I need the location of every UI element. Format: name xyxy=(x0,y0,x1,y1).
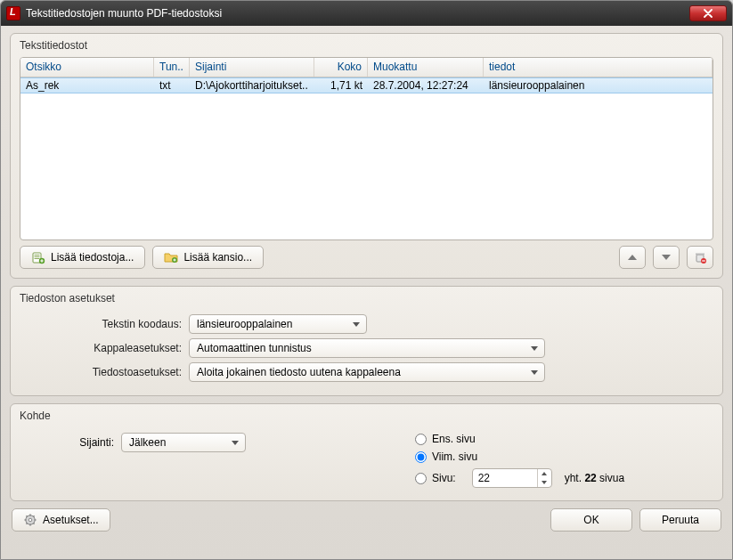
col-header-size[interactable]: Koko xyxy=(314,58,368,77)
specific-page-label: Sivu: xyxy=(432,472,456,484)
cell-location: D:\Ajokorttiharjoitukset.. xyxy=(190,79,314,92)
total-pages-label: yht. 22 sivua xyxy=(565,472,624,484)
location-combo[interactable]: Jälkeen xyxy=(121,433,246,452)
col-header-info[interactable]: tiedot xyxy=(484,58,713,77)
cancel-button[interactable]: Peruuta xyxy=(639,508,721,532)
files-groupbox: Tekstitiedostot Otsikko Tun.. Sijainti K… xyxy=(10,33,723,279)
svg-rect-7 xyxy=(696,254,704,256)
filemode-label: Tiedostoasetukset: xyxy=(20,366,189,378)
file-settings-legend: Tiedoston asetukset xyxy=(20,292,115,304)
filemode-combo[interactable]: Aloita jokainen tiedosto uutena kappalee… xyxy=(189,362,545,382)
cancel-label: Peruuta xyxy=(662,514,699,526)
location-value: Jälkeen xyxy=(129,436,166,449)
files-list[interactable]: Otsikko Tun.. Sijainti Koko Muokattu tie… xyxy=(20,57,713,240)
svg-rect-1 xyxy=(35,255,40,256)
encoding-combo[interactable]: länsieurooppalainen xyxy=(189,314,367,334)
settings-button[interactable]: Asetukset... xyxy=(12,508,110,532)
trash-icon xyxy=(693,250,707,264)
files-list-header: Otsikko Tun.. Sijainti Koko Muokattu tie… xyxy=(20,58,713,77)
cell-modified: 28.7.2004, 12:27:24 xyxy=(368,79,484,92)
titlebar: Tekstitiedostojen muunto PDF-tiedostoksi xyxy=(1,1,732,26)
page-radios: Ens. sivu Viim. sivu Sivu: 22 xyxy=(415,433,624,488)
files-button-row: Lisää tiedostoja... Lisää kansio... xyxy=(20,246,713,269)
add-folder-icon xyxy=(164,250,178,264)
close-button[interactable] xyxy=(689,5,727,21)
spin-up-icon[interactable] xyxy=(538,469,551,478)
paragraph-combo[interactable]: Automaattinen tunnistus xyxy=(189,338,545,358)
svg-rect-3 xyxy=(35,258,40,259)
encoding-value: länsieurooppalainen xyxy=(197,318,292,330)
page-value: 22 xyxy=(478,472,490,484)
remove-button[interactable] xyxy=(687,246,713,269)
col-header-modified[interactable]: Muokattu xyxy=(368,58,484,77)
gear-icon xyxy=(23,513,37,527)
move-down-button[interactable] xyxy=(653,246,680,269)
ok-button[interactable]: OK xyxy=(550,508,632,532)
files-legend: Tekstitiedostot xyxy=(20,39,87,52)
spin-down-icon[interactable] xyxy=(538,478,551,487)
svg-point-11 xyxy=(29,518,32,522)
cell-ext: txt xyxy=(154,79,190,92)
first-page-label: Ens. sivu xyxy=(432,433,476,445)
first-page-radio[interactable] xyxy=(415,434,427,445)
chevron-down-icon xyxy=(662,255,671,260)
cell-info: länsieurooppalainen xyxy=(484,79,713,92)
add-files-icon xyxy=(31,250,45,264)
filemode-value: Aloita jokainen tiedosto uutena kappalee… xyxy=(197,366,401,378)
page-spinner[interactable]: 22 xyxy=(472,468,552,488)
move-up-button[interactable] xyxy=(619,246,646,269)
app-icon xyxy=(6,6,20,20)
settings-label: Asetukset... xyxy=(43,514,99,526)
last-page-radio[interactable] xyxy=(415,451,427,463)
cell-size: 1,71 kt xyxy=(314,79,368,92)
location-label: Sijainti: xyxy=(20,436,121,449)
specific-page-radio[interactable] xyxy=(415,473,427,484)
destination-legend: Kohde xyxy=(20,410,51,422)
close-icon xyxy=(704,9,713,18)
col-header-ext[interactable]: Tun.. xyxy=(154,58,190,77)
encoding-label: Tekstin koodaus: xyxy=(20,318,189,330)
last-page-label: Viim. sivu xyxy=(432,450,477,463)
chevron-up-icon xyxy=(628,255,637,260)
add-files-label: Lisää tiedostoja... xyxy=(51,251,134,264)
window-title: Tekstitiedostojen muunto PDF-tiedostoksi xyxy=(26,7,689,20)
cell-title: As_rek xyxy=(20,79,154,92)
window: Tekstitiedostojen muunto PDF-tiedostoksi… xyxy=(0,0,733,560)
add-files-button[interactable]: Lisää tiedostoja... xyxy=(20,246,145,269)
add-folder-label: Lisää kansio... xyxy=(183,251,252,264)
paragraph-label: Kappaleasetukset: xyxy=(20,342,189,354)
ok-label: OK xyxy=(583,514,599,526)
table-row[interactable]: As_rek txt D:\Ajokorttiharjoitukset.. 1,… xyxy=(20,77,713,93)
destination-groupbox: Kohde Sijainti: Jälkeen Ens. sivu xyxy=(10,403,723,501)
add-folder-button[interactable]: Lisää kansio... xyxy=(152,246,264,269)
paragraph-value: Automaattinen tunnistus xyxy=(197,342,312,354)
col-header-title[interactable]: Otsikko xyxy=(20,58,154,77)
col-header-location[interactable]: Sijainti xyxy=(190,58,314,77)
dialog-body: Tekstitiedostot Otsikko Tun.. Sijainti K… xyxy=(1,26,732,559)
svg-rect-2 xyxy=(35,256,40,257)
file-settings-groupbox: Tiedoston asetukset Tekstin koodaus: län… xyxy=(10,286,723,396)
svg-rect-9 xyxy=(702,260,705,261)
dialog-footer: Asetukset... OK Peruuta xyxy=(10,508,723,533)
